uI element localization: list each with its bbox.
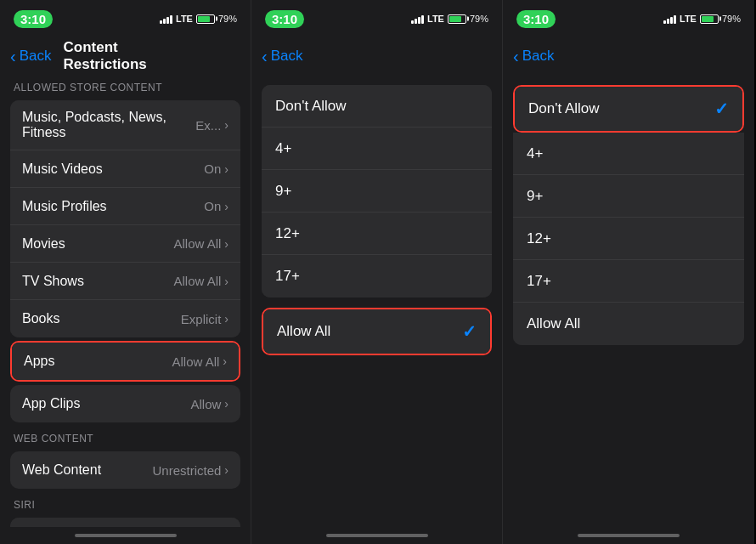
battery-icon-1: [196, 14, 215, 24]
item-label-music-profiles: Music Profiles: [22, 199, 204, 214]
web-content-list: Web Content Unrestricted ›: [10, 451, 240, 489]
panel-apps-right: 3:10 LTE 79% ‹ Back Apps Don't Allow: [503, 0, 754, 544]
option-label-dont-allow: Don't Allow: [275, 98, 347, 115]
item-label-tvshows: TV Shows: [22, 274, 173, 289]
option-9plus[interactable]: 9+: [262, 170, 492, 212]
item-value-apps: Allow All ›: [172, 354, 227, 369]
list-item-web-search[interactable]: Web Search Content Allow ›: [10, 518, 240, 527]
section-header-web: WEB CONTENT: [0, 426, 251, 448]
option-label-dont-allow-right: Don't Allow: [528, 100, 600, 117]
battery-pct-2: 79%: [470, 14, 488, 24]
chevron-icon-books: ›: [224, 312, 228, 326]
status-bar-2: 3:10 LTE 79%: [251, 0, 502, 37]
back-button-3[interactable]: ‹ Back: [513, 48, 554, 65]
section-header-allowed: ALLOWED STORE CONTENT: [0, 75, 251, 97]
scroll-content-3: Don't Allow ✓ 4+ 9+ 12+ 17+ Allow All: [503, 75, 754, 527]
option-dont-allow-right[interactable]: Don't Allow ✓: [515, 87, 742, 131]
home-indicator-3: [503, 527, 754, 544]
option-9plus-right[interactable]: 9+: [513, 175, 744, 218]
allowed-store-list: Music, Podcasts, News, Fitness Ex... › M…: [10, 100, 240, 337]
allow-all-highlight-wrapper: Allow All ✓: [262, 308, 492, 355]
battery-pct-3: 79%: [722, 14, 741, 24]
back-button-2[interactable]: ‹ Back: [262, 48, 302, 65]
item-value-music-profiles: On ›: [204, 199, 228, 213]
list-item-books[interactable]: Books Explicit ›: [10, 300, 240, 337]
app-clips-list: App Clips Allow ›: [10, 385, 240, 422]
lte-badge-3: LTE: [680, 14, 697, 24]
option-4plus[interactable]: 4+: [262, 128, 492, 170]
siri-list: Web Search Content Allow › Explicit Lang…: [10, 518, 240, 527]
option-dont-allow[interactable]: Don't Allow: [262, 85, 492, 128]
item-label-apps: Apps: [24, 354, 172, 369]
list-item-web-content[interactable]: Web Content Unrestricted ›: [10, 451, 240, 489]
item-label-music: Music, Podcasts, News, Fitness: [22, 110, 195, 140]
chevron-icon-music-profiles: ›: [224, 200, 228, 213]
signal-icon-2: [411, 14, 424, 24]
status-bar-1: 3:10 LTE 79%: [0, 0, 251, 37]
apps-highlight-wrapper: Apps Allow All ›: [10, 341, 240, 382]
battery-icon-3: [700, 14, 719, 24]
option-17plus[interactable]: 17+: [262, 255, 492, 298]
lte-badge-2: LTE: [427, 14, 444, 24]
home-indicator-2: [251, 527, 502, 544]
battery-icon-2: [448, 14, 466, 24]
option-label-9plus: 9+: [275, 183, 291, 200]
chevron-icon-app-clips: ›: [224, 397, 228, 411]
signal-icon-3: [663, 14, 676, 24]
list-item-music-profiles[interactable]: Music Profiles On ›: [10, 188, 240, 225]
back-label-2: Back: [271, 48, 303, 65]
apps-options-list-right: 4+ 9+ 12+ 17+ Allow All: [513, 133, 744, 345]
status-bar-3: 3:10 LTE 79%: [503, 0, 754, 37]
lte-badge-1: LTE: [176, 14, 193, 24]
home-indicator-1: [0, 527, 251, 544]
checkmark-icon-dont-allow: ✓: [714, 99, 729, 119]
battery-pct-1: 79%: [218, 14, 237, 24]
item-value-movies: Allow All ›: [173, 236, 228, 251]
option-12plus-right[interactable]: 12+: [513, 218, 744, 260]
option-label-17plus: 17+: [275, 268, 300, 285]
chevron-icon-web-content: ›: [224, 463, 228, 477]
list-item-apps[interactable]: Apps Allow All ›: [12, 343, 239, 380]
chevron-icon-music-videos: ›: [224, 162, 228, 176]
back-button-1[interactable]: ‹ Back: [10, 48, 51, 65]
option-allow-all[interactable]: Allow All ✓: [263, 309, 490, 354]
panel-apps-middle: 3:10 LTE 79% ‹ Back Apps Don't Allow: [251, 0, 503, 544]
item-value-music-videos: On ›: [204, 162, 228, 176]
scroll-content-1: ALLOWED STORE CONTENT Music, Podcasts, N…: [0, 75, 251, 527]
chevron-left-icon-2: ‹: [262, 48, 268, 65]
item-value-books: Explicit ›: [181, 312, 228, 326]
item-label-web-content: Web Content: [22, 462, 152, 478]
option-label-12plus-right: 12+: [527, 230, 551, 247]
nav-bar-2: ‹ Back Apps: [251, 37, 502, 75]
option-label-12plus: 12+: [275, 225, 300, 242]
list-item-music-videos[interactable]: Music Videos On ›: [10, 150, 240, 188]
list-item-app-clips[interactable]: App Clips Allow ›: [10, 385, 240, 422]
item-label-books: Books: [22, 311, 181, 326]
status-time-2: 3:10: [265, 10, 304, 28]
option-label-4plus: 4+: [275, 140, 291, 157]
option-12plus[interactable]: 12+: [262, 212, 492, 255]
option-17plus-right[interactable]: 17+: [513, 260, 744, 303]
option-label-allow-all-right: Allow All: [527, 315, 580, 332]
nav-bar-3: ‹ Back Apps: [503, 37, 754, 75]
nav-title-1: Content Restrictions: [64, 39, 189, 73]
list-item-tvshows[interactable]: TV Shows Allow All ›: [10, 263, 240, 300]
chevron-icon-tvshows: ›: [224, 275, 228, 288]
option-label-allow-all: Allow All: [277, 323, 330, 340]
chevron-icon-music: ›: [224, 118, 228, 132]
option-allow-all-right[interactable]: Allow All: [513, 303, 744, 345]
list-item-movies[interactable]: Movies Allow All ›: [10, 225, 240, 263]
status-right-1: LTE 79%: [160, 14, 237, 24]
item-label-movies: Movies: [22, 236, 173, 252]
item-value-music: Ex... ›: [195, 118, 228, 133]
chevron-left-icon-3: ‹: [513, 48, 519, 65]
status-time-3: 3:10: [516, 10, 556, 28]
back-label-1: Back: [20, 48, 52, 65]
item-label-music-videos: Music Videos: [22, 162, 204, 177]
option-4plus-right[interactable]: 4+: [513, 133, 744, 175]
option-label-17plus-right: 17+: [527, 273, 551, 290]
list-item-music[interactable]: Music, Podcasts, News, Fitness Ex... ›: [10, 100, 240, 150]
chevron-left-icon-1: ‹: [10, 48, 16, 65]
status-time-1: 3:10: [14, 10, 53, 28]
item-value-web-content: Unrestricted ›: [152, 463, 228, 478]
